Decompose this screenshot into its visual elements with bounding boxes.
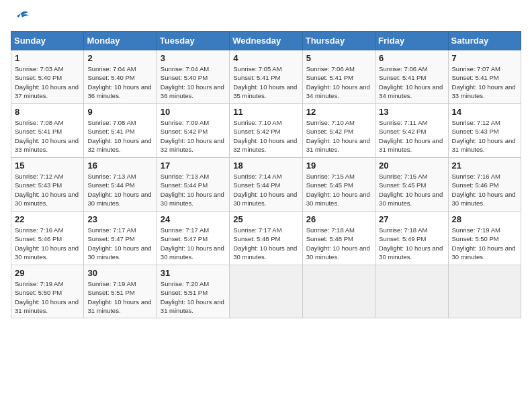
day-number: 2 (87, 53, 152, 63)
calendar-cell: 13 Sunrise: 7:11 AM Sunset: 5:42 PM Dayl… (375, 104, 448, 158)
calendar-cell: 10 Sunrise: 7:09 AM Sunset: 5:42 PM Dayl… (157, 104, 229, 158)
day-number: 13 (379, 107, 444, 117)
day-info: Sunrise: 7:03 AM Sunset: 5:40 PM Dayligh… (15, 64, 80, 100)
calendar-cell (302, 265, 375, 318)
calendar-cell: 15 Sunrise: 7:12 AM Sunset: 5:43 PM Dayl… (11, 158, 84, 212)
day-info: Sunrise: 7:15 AM Sunset: 5:45 PM Dayligh… (306, 172, 371, 208)
day-info: Sunrise: 7:10 AM Sunset: 5:42 PM Dayligh… (306, 118, 371, 154)
day-number: 29 (15, 268, 80, 278)
calendar-week-row: 8 Sunrise: 7:08 AM Sunset: 5:41 PM Dayli… (11, 104, 521, 158)
calendar-cell: 3 Sunrise: 7:04 AM Sunset: 5:40 PM Dayli… (157, 50, 229, 104)
day-number: 8 (15, 107, 80, 117)
day-info: Sunrise: 7:12 AM Sunset: 5:43 PM Dayligh… (452, 118, 517, 154)
calendar-cell: 5 Sunrise: 7:06 AM Sunset: 5:41 PM Dayli… (302, 50, 375, 104)
day-info: Sunrise: 7:14 AM Sunset: 5:44 PM Dayligh… (233, 172, 298, 208)
day-number: 30 (87, 268, 152, 278)
calendar-cell (448, 265, 521, 318)
day-info: Sunrise: 7:13 AM Sunset: 5:44 PM Dayligh… (161, 172, 226, 208)
day-number: 7 (452, 53, 517, 63)
calendar-cell: 18 Sunrise: 7:14 AM Sunset: 5:44 PM Dayl… (230, 158, 302, 212)
calendar-cell: 1 Sunrise: 7:03 AM Sunset: 5:40 PM Dayli… (11, 50, 84, 104)
day-number: 19 (306, 161, 371, 171)
day-number: 1 (15, 53, 80, 63)
calendar-cell (375, 265, 448, 318)
day-number: 3 (161, 53, 226, 63)
day-number: 9 (87, 107, 152, 117)
day-number: 23 (87, 214, 152, 224)
calendar-cell: 4 Sunrise: 7:05 AM Sunset: 5:41 PM Dayli… (230, 50, 302, 104)
day-info: Sunrise: 7:16 AM Sunset: 5:46 PM Dayligh… (15, 226, 80, 261)
day-info: Sunrise: 7:19 AM Sunset: 5:51 PM Dayligh… (87, 279, 152, 315)
weekday-header-saturday: Saturday (448, 32, 521, 50)
weekday-header-sunday: Sunday (11, 32, 84, 50)
day-number: 17 (161, 161, 226, 171)
calendar-week-row: 1 Sunrise: 7:03 AM Sunset: 5:40 PM Dayli… (11, 50, 521, 104)
calendar-cell: 24 Sunrise: 7:17 AM Sunset: 5:47 PM Dayl… (157, 212, 229, 265)
calendar-cell (230, 265, 302, 318)
day-info: Sunrise: 7:08 AM Sunset: 5:41 PM Dayligh… (87, 118, 152, 154)
calendar-cell: 12 Sunrise: 7:10 AM Sunset: 5:42 PM Dayl… (302, 104, 375, 158)
calendar-cell: 21 Sunrise: 7:16 AM Sunset: 5:46 PM Dayl… (448, 158, 521, 212)
day-info: Sunrise: 7:17 AM Sunset: 5:47 PM Dayligh… (87, 226, 152, 261)
calendar-cell: 31 Sunrise: 7:20 AM Sunset: 5:51 PM Dayl… (157, 265, 229, 318)
day-number: 27 (379, 214, 444, 224)
weekday-header-row: SundayMondayTuesdayWednesdayThursdayFrid… (11, 32, 521, 50)
calendar-cell: 9 Sunrise: 7:08 AM Sunset: 5:41 PM Dayli… (84, 104, 157, 158)
day-info: Sunrise: 7:16 AM Sunset: 5:46 PM Dayligh… (452, 172, 517, 208)
day-number: 26 (306, 214, 371, 224)
calendar-cell: 11 Sunrise: 7:10 AM Sunset: 5:42 PM Dayl… (230, 104, 302, 158)
day-info: Sunrise: 7:04 AM Sunset: 5:40 PM Dayligh… (87, 64, 152, 100)
calendar-cell: 14 Sunrise: 7:12 AM Sunset: 5:43 PM Dayl… (448, 104, 521, 158)
day-number: 16 (87, 161, 152, 171)
calendar-cell: 7 Sunrise: 7:07 AM Sunset: 5:41 PM Dayli… (448, 50, 521, 104)
day-info: Sunrise: 7:08 AM Sunset: 5:41 PM Dayligh… (15, 118, 80, 154)
calendar-cell: 29 Sunrise: 7:19 AM Sunset: 5:50 PM Dayl… (11, 265, 84, 318)
day-number: 5 (306, 53, 371, 63)
calendar-cell: 22 Sunrise: 7:16 AM Sunset: 5:46 PM Dayl… (11, 212, 84, 265)
day-info: Sunrise: 7:19 AM Sunset: 5:50 PM Dayligh… (452, 226, 517, 261)
calendar-week-row: 22 Sunrise: 7:16 AM Sunset: 5:46 PM Dayl… (11, 212, 521, 265)
day-info: Sunrise: 7:05 AM Sunset: 5:41 PM Dayligh… (233, 64, 298, 100)
calendar-cell: 20 Sunrise: 7:15 AM Sunset: 5:45 PM Dayl… (375, 158, 448, 212)
calendar-cell: 25 Sunrise: 7:17 AM Sunset: 5:48 PM Dayl… (230, 212, 302, 265)
day-info: Sunrise: 7:04 AM Sunset: 5:40 PM Dayligh… (161, 64, 226, 100)
calendar-cell: 8 Sunrise: 7:08 AM Sunset: 5:41 PM Dayli… (11, 104, 84, 158)
weekday-header-monday: Monday (84, 32, 157, 50)
day-info: Sunrise: 7:06 AM Sunset: 5:41 PM Dayligh… (379, 64, 444, 100)
day-number: 31 (161, 268, 226, 278)
day-info: Sunrise: 7:18 AM Sunset: 5:48 PM Dayligh… (306, 226, 371, 261)
day-number: 14 (452, 107, 517, 117)
day-info: Sunrise: 7:13 AM Sunset: 5:44 PM Dayligh… (87, 172, 152, 208)
weekday-header-tuesday: Tuesday (157, 32, 229, 50)
calendar-cell: 30 Sunrise: 7:19 AM Sunset: 5:51 PM Dayl… (84, 265, 157, 318)
day-info: Sunrise: 7:20 AM Sunset: 5:51 PM Dayligh… (161, 279, 226, 315)
day-number: 20 (379, 161, 444, 171)
day-number: 6 (379, 53, 444, 63)
day-info: Sunrise: 7:11 AM Sunset: 5:42 PM Dayligh… (379, 118, 444, 154)
day-info: Sunrise: 7:18 AM Sunset: 5:49 PM Dayligh… (379, 226, 444, 261)
day-info: Sunrise: 7:19 AM Sunset: 5:50 PM Dayligh… (15, 279, 80, 315)
calendar-cell: 26 Sunrise: 7:18 AM Sunset: 5:48 PM Dayl… (302, 212, 375, 265)
calendar-cell: 2 Sunrise: 7:04 AM Sunset: 5:40 PM Dayli… (84, 50, 157, 104)
day-number: 18 (233, 161, 298, 171)
calendar-week-row: 29 Sunrise: 7:19 AM Sunset: 5:50 PM Dayl… (11, 265, 521, 318)
day-number: 28 (452, 214, 517, 224)
day-info: Sunrise: 7:12 AM Sunset: 5:43 PM Dayligh… (15, 172, 80, 208)
page-header (11, 11, 521, 23)
day-info: Sunrise: 7:07 AM Sunset: 5:41 PM Dayligh… (452, 64, 517, 100)
weekday-header-thursday: Thursday (302, 32, 375, 50)
weekday-header-wednesday: Wednesday (230, 32, 302, 50)
day-number: 4 (233, 53, 298, 63)
weekday-header-friday: Friday (375, 32, 448, 50)
day-number: 21 (452, 161, 517, 171)
calendar-cell: 6 Sunrise: 7:06 AM Sunset: 5:41 PM Dayli… (375, 50, 448, 104)
calendar-cell: 19 Sunrise: 7:15 AM Sunset: 5:45 PM Dayl… (302, 158, 375, 212)
calendar-cell: 27 Sunrise: 7:18 AM Sunset: 5:49 PM Dayl… (375, 212, 448, 265)
day-info: Sunrise: 7:17 AM Sunset: 5:47 PM Dayligh… (161, 226, 226, 261)
calendar-cell: 16 Sunrise: 7:13 AM Sunset: 5:44 PM Dayl… (84, 158, 157, 212)
calendar-cell: 17 Sunrise: 7:13 AM Sunset: 5:44 PM Dayl… (157, 158, 229, 212)
logo (11, 11, 30, 23)
day-info: Sunrise: 7:06 AM Sunset: 5:41 PM Dayligh… (306, 64, 371, 100)
calendar-cell: 23 Sunrise: 7:17 AM Sunset: 5:47 PM Dayl… (84, 212, 157, 265)
day-info: Sunrise: 7:15 AM Sunset: 5:45 PM Dayligh… (379, 172, 444, 208)
